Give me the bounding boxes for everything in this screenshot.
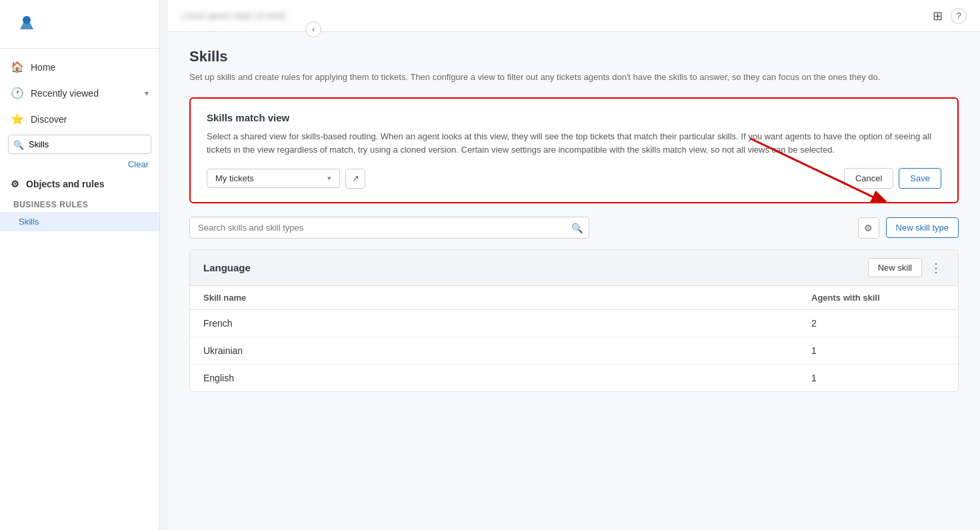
sidebar-item-discover-label: Discover	[31, 114, 67, 125]
card-buttons: Cancel Save	[844, 168, 941, 189]
topbar-breadcrumb: Lorem ipsum dolor sit amet	[181, 11, 286, 21]
more-options-button[interactable]: ⋮	[927, 259, 945, 277]
skills-match-card-description: Select a shared view for skills-based ro…	[207, 130, 941, 158]
sidebar-item-home-label: Home	[31, 62, 55, 73]
skills-search-box: 🔍	[189, 217, 589, 239]
table-row[interactable]: French 2	[190, 310, 958, 337]
column-agents-with-skill: Agents with skill	[811, 293, 945, 303]
external-link-button[interactable]: ↗	[345, 169, 365, 189]
sidebar-item-objects-rules-label: Objects and rules	[26, 179, 104, 189]
sidebar-item-discover[interactable]: ⭐ Discover	[0, 106, 159, 132]
column-skill-name: Skill name	[203, 293, 811, 303]
agents-count-ukrainian: 1	[811, 345, 945, 356]
new-skill-button[interactable]: New skill	[868, 258, 922, 277]
topbar: Lorem ipsum dolor sit amet ⊞ ?	[168, 0, 980, 32]
help-button[interactable]: ?	[951, 8, 967, 24]
sidebar-item-skills[interactable]: Skills	[0, 212, 159, 231]
dropdown-group: My tickets ▾ ↗	[207, 169, 365, 189]
save-button[interactable]: Save	[899, 168, 941, 189]
page-description: Set up skills and create rules for apply…	[189, 71, 959, 84]
search-icon: 🔍	[571, 223, 583, 233]
new-skill-type-button[interactable]: New skill type	[886, 217, 959, 238]
home-icon: 🏠	[11, 61, 24, 73]
collapse-sidebar-button[interactable]: ‹	[305, 21, 321, 37]
language-section-title: Language	[203, 262, 251, 273]
skills-search-input[interactable]	[189, 217, 589, 239]
sidebar-item-recently-viewed[interactable]: 🕐 Recently viewed ▾	[0, 80, 159, 106]
main-content: Lorem ipsum dolor sit amet ⊞ ? Skills Se…	[168, 0, 980, 530]
skill-name-english: English	[203, 373, 811, 383]
clock-icon: 🕐	[11, 87, 24, 99]
sidebar-search-input[interactable]	[8, 135, 151, 154]
dropdown-value: My tickets	[215, 173, 254, 183]
table-row[interactable]: English 1	[190, 365, 958, 391]
sidebar-nav: 🏠 Home 🕐 Recently viewed ▾ ⭐ Discover 🔍 …	[0, 49, 159, 530]
logo-area	[0, 0, 159, 49]
sidebar: 🏠 Home 🕐 Recently viewed ▾ ⭐ Discover 🔍 …	[0, 0, 160, 530]
chevron-down-icon: ▾	[327, 174, 331, 183]
search-bar-right-actions: ⚙ New skill type	[858, 217, 959, 239]
zendesk-logo	[13, 11, 40, 37]
agents-count-french: 2	[811, 318, 945, 329]
search-icon: 🔍	[13, 139, 24, 149]
objects-rules-icon: ⚙	[11, 179, 19, 189]
skill-name-french: French	[203, 318, 811, 329]
star-icon: ⭐	[11, 113, 24, 125]
svg-point-1	[23, 16, 31, 24]
gear-icon: ⚙	[864, 223, 873, 233]
skills-match-card: Skills match view Select a shared view f…	[189, 97, 959, 204]
view-dropdown[interactable]: My tickets ▾	[207, 169, 340, 188]
search-bar-row: 🔍 ⚙ New skill type	[189, 217, 959, 239]
card-actions: My tickets ▾ ↗ Cancel Save	[207, 168, 941, 189]
page-title: Skills	[189, 48, 959, 65]
content-area: Skills Set up skills and create rules fo…	[168, 32, 980, 408]
clear-button[interactable]: Clear	[0, 157, 159, 172]
sidebar-search-box: 🔍	[8, 135, 151, 154]
table-header: Skill name Agents with skill	[190, 286, 958, 310]
agents-count-english: 1	[811, 373, 945, 383]
language-header: Language New skill ⋮	[190, 250, 958, 286]
table-row[interactable]: Ukrainian 1	[190, 337, 958, 365]
language-header-actions: New skill ⋮	[868, 258, 945, 277]
sidebar-item-recently-viewed-label: Recently viewed	[31, 88, 99, 99]
settings-button[interactable]: ⚙	[858, 217, 879, 239]
sidebar-item-home[interactable]: 🏠 Home	[0, 54, 159, 80]
chevron-down-icon: ▾	[145, 89, 149, 98]
sidebar-item-objects-rules[interactable]: ⚙ Objects and rules	[0, 172, 159, 196]
cancel-button[interactable]: Cancel	[844, 168, 893, 189]
sidebar-item-skills-label: Skills	[19, 217, 39, 227]
skill-name-ukrainian: Ukrainian	[203, 345, 811, 356]
external-link-icon: ↗	[352, 173, 359, 183]
language-section: Language New skill ⋮ Skill name Agents w…	[189, 249, 959, 392]
sub-nav: Business rules Skills	[0, 196, 159, 231]
topbar-actions: ⊞ ?	[933, 8, 967, 24]
business-rules-label: Business rules	[0, 196, 159, 212]
grid-icon[interactable]: ⊞	[933, 9, 943, 23]
help-icon: ?	[956, 11, 961, 21]
skills-match-card-title: Skills match view	[207, 112, 941, 123]
